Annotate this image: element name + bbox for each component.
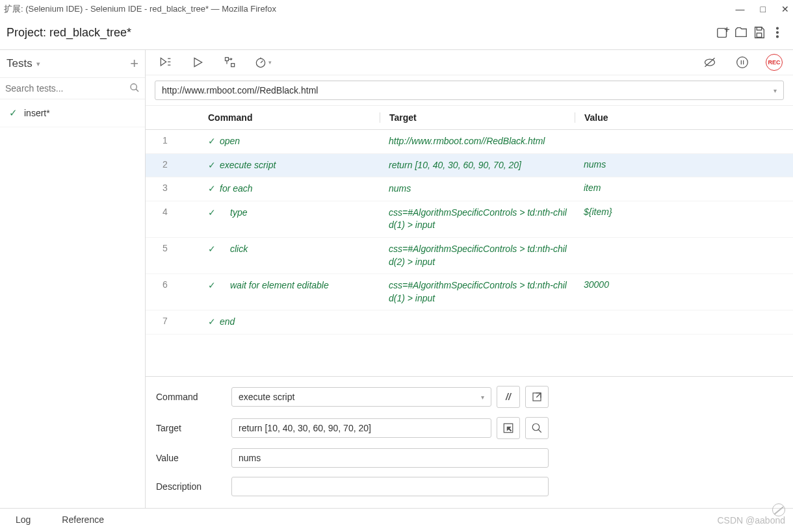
col-target: Target — [380, 112, 575, 123]
tests-header[interactable]: Tests ▾ + — [0, 50, 145, 78]
check-icon: ✓ — [208, 159, 216, 172]
sidebar: Tests ▾ + ✓ insert* — [0, 50, 146, 511]
detail-value-input[interactable] — [231, 448, 549, 468]
detail-command-select[interactable]: execute script ▾ — [231, 387, 491, 407]
tab-log[interactable]: Log — [16, 514, 31, 526]
row-value — [575, 316, 793, 329]
table-row[interactable]: 2✓ execute scriptreturn [10, 40, 30, 60,… — [146, 154, 793, 178]
detail-description-input[interactable] — [231, 477, 549, 496]
tests-label: Tests — [6, 57, 32, 70]
disable-breakpoints-icon[interactable] — [701, 55, 719, 70]
row-target: css=#AlgorithmSpecificControls > td:nth-… — [380, 243, 575, 268]
row-command: ✓ end — [185, 316, 380, 329]
detail-target-input[interactable] — [231, 418, 491, 438]
window-controls: — □ ✕ — [736, 4, 789, 14]
search-row — [0, 78, 145, 99]
svg-rect-16 — [231, 64, 235, 67]
table-row[interactable]: 1✓ openhttp://www.rmboot.com//RedBlack.h… — [146, 130, 793, 154]
toggle-comment-button[interactable]: // — [497, 386, 520, 408]
row-number: 7 — [146, 316, 185, 329]
row-target: http://www.rmboot.com//RedBlack.html — [380, 135, 575, 148]
chevron-down-icon: ▾ — [774, 87, 777, 94]
svg-rect-4 — [757, 33, 761, 37]
record-button[interactable]: REC — [766, 54, 783, 71]
base-url-input[interactable]: http://www.rmboot.com//RedBlack.html ▾ — [155, 81, 784, 100]
check-icon: ✓ — [208, 207, 216, 220]
url-row: http://www.rmboot.com//RedBlack.html ▾ — [146, 75, 793, 106]
step-over-icon[interactable] — [221, 55, 239, 70]
table-row[interactable]: 5✓ clickcss=#AlgorithmSpecificControls >… — [146, 238, 793, 274]
check-icon: ✓ — [208, 316, 216, 329]
svg-point-7 — [777, 36, 779, 38]
detail-description-label: Description — [156, 481, 231, 492]
chevron-down-icon: ▾ — [481, 394, 484, 401]
svg-marker-28 — [507, 427, 512, 432]
base-url-text: http://www.rmboot.com//RedBlack.html — [162, 85, 318, 95]
row-number: 4 — [146, 207, 185, 232]
detail-command-label: Command — [156, 392, 231, 402]
row-target — [380, 316, 575, 329]
command-detail: Command execute script ▾ // Target Value… — [146, 376, 793, 511]
watermark: CSDN @aabond — [718, 515, 786, 526]
table-row[interactable]: 3✓ for eachnumsitem — [146, 177, 793, 201]
svg-marker-14 — [194, 58, 202, 66]
run-current-icon[interactable] — [188, 55, 207, 70]
command-table: Command Target Value 1✓ openhttp://www.r… — [146, 106, 793, 376]
svg-line-18 — [261, 61, 263, 63]
more-menu-icon[interactable] — [768, 23, 786, 42]
row-value: item — [575, 183, 793, 196]
search-icon[interactable] — [129, 82, 140, 95]
row-number: 1 — [146, 135, 185, 148]
row-number: 3 — [146, 183, 185, 196]
svg-rect-15 — [226, 58, 229, 61]
svg-line-30 — [538, 429, 541, 433]
minimize-icon[interactable]: — — [736, 4, 745, 14]
row-command: ✓ wait for element editable — [185, 279, 380, 305]
check-icon: ✓ — [9, 107, 18, 119]
row-command: ✓ execute script — [185, 159, 380, 172]
select-target-button[interactable] — [497, 417, 520, 439]
save-icon[interactable] — [750, 23, 768, 42]
maximize-icon[interactable]: □ — [760, 4, 766, 14]
toolbar: ▾ REC — [146, 50, 793, 75]
row-number: 6 — [146, 279, 185, 305]
row-command: ✓ click — [185, 243, 380, 268]
row-target: css=#AlgorithmSpecificControls > td:nth-… — [380, 207, 575, 232]
search-input[interactable] — [5, 81, 129, 96]
row-command: ✓ open — [185, 135, 380, 148]
row-value: ${item} — [575, 207, 793, 232]
table-row[interactable]: 4✓ typecss=#AlgorithmSpecificControls > … — [146, 201, 793, 238]
row-command: ✓ for each — [185, 183, 380, 196]
svg-line-26 — [536, 393, 541, 398]
project-bar: Project: red_black_tree* — [0, 18, 793, 49]
row-value — [575, 135, 793, 148]
table-header: Command Target Value — [146, 106, 793, 130]
open-folder-icon[interactable] — [732, 23, 750, 42]
col-command: Command — [185, 112, 380, 123]
close-icon[interactable]: ✕ — [781, 4, 789, 14]
row-target: css=#AlgorithmSpecificControls > td:nth-… — [380, 279, 575, 305]
table-row[interactable]: 7✓ end — [146, 310, 793, 335]
row-target: nums — [380, 183, 575, 196]
svg-point-8 — [131, 84, 136, 90]
test-item-label: insert* — [24, 108, 50, 118]
row-value — [575, 243, 793, 268]
speed-icon[interactable]: ▾ — [254, 55, 272, 70]
find-target-button[interactable] — [525, 417, 549, 439]
row-value: nums — [575, 159, 793, 172]
pause-icon[interactable] — [733, 55, 751, 70]
add-test-icon[interactable]: + — [130, 55, 138, 72]
check-icon: ✓ — [208, 243, 216, 256]
check-icon: ✓ — [208, 183, 216, 196]
open-reference-button[interactable] — [525, 386, 549, 408]
svg-rect-3 — [757, 27, 761, 31]
new-project-icon[interactable] — [714, 23, 732, 42]
row-command: ✓ type — [185, 207, 380, 232]
detail-value-label: Value — [156, 453, 231, 463]
table-row[interactable]: 6✓ wait for element editablecss=#Algorit… — [146, 274, 793, 310]
test-item-insert[interactable]: ✓ insert* — [0, 99, 145, 127]
tab-reference[interactable]: Reference — [62, 514, 104, 526]
window-titlebar: 扩展: (Selenium IDE) - Selenium IDE - red_… — [0, 0, 793, 18]
col-value: Value — [575, 112, 793, 123]
run-all-icon[interactable] — [156, 55, 174, 70]
